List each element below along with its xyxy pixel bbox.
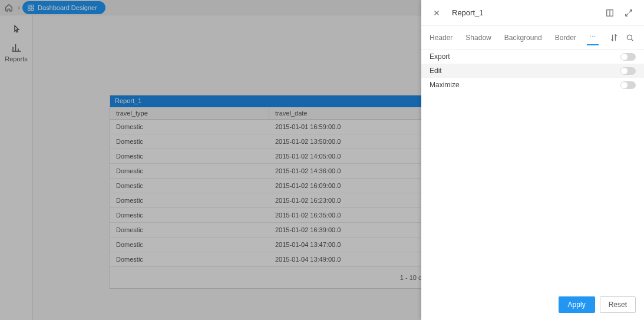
cell-travel-type: Domestic xyxy=(110,120,269,134)
expand-icon xyxy=(625,9,633,17)
sort-icon xyxy=(610,34,618,42)
close-button[interactable] xyxy=(430,6,444,20)
close-icon xyxy=(432,9,441,17)
panel-header: Report_1 xyxy=(421,0,644,26)
dashboard-icon xyxy=(27,4,34,11)
chevron-right-icon: › xyxy=(15,4,22,12)
home-icon[interactable] xyxy=(2,1,15,14)
prop-export: Export xyxy=(421,50,644,64)
rail-cursor[interactable] xyxy=(0,21,32,39)
cell-travel-type: Domestic xyxy=(110,164,269,178)
search-icon xyxy=(626,34,634,42)
cell-travel-type: Domestic xyxy=(110,134,269,149)
columns-icon xyxy=(606,9,614,17)
prop-export-label: Export xyxy=(430,52,450,61)
panel-footer: Apply Reset xyxy=(421,291,644,320)
property-list: Export Edit Maximize xyxy=(421,50,644,92)
svg-rect-0 xyxy=(28,5,31,7)
tab-background[interactable]: Background xyxy=(504,34,542,42)
pointer-icon xyxy=(11,25,22,35)
cell-travel-type: Domestic xyxy=(110,149,269,163)
apply-button[interactable]: Apply xyxy=(559,296,595,313)
layout-button[interactable] xyxy=(603,6,617,20)
column-header-a[interactable]: travel_type xyxy=(110,107,269,119)
toggle-edit[interactable] xyxy=(620,67,636,75)
breadcrumb-label: Dashboard Designer xyxy=(38,4,97,11)
svg-point-5 xyxy=(628,35,632,39)
cell-travel-type: Domestic xyxy=(110,193,269,207)
cell-travel-type: Domestic xyxy=(110,252,269,266)
tab-header[interactable]: Header xyxy=(430,34,453,42)
cell-travel-type: Domestic xyxy=(110,223,269,237)
search-button[interactable] xyxy=(624,31,636,45)
tab-shadow[interactable]: Shadow xyxy=(465,34,491,42)
expand-button[interactable] xyxy=(622,6,636,20)
cell-travel-type: Domestic xyxy=(110,208,269,222)
panel-tabs: Header Shadow Background Border … xyxy=(421,26,644,50)
prop-maximize-label: Maximize xyxy=(430,81,460,89)
svg-rect-1 xyxy=(31,5,34,7)
toggle-export[interactable] xyxy=(620,53,636,61)
svg-rect-3 xyxy=(31,8,34,11)
panel-title: Report_1 xyxy=(452,8,483,17)
reset-button[interactable]: Reset xyxy=(600,296,636,313)
prop-edit-label: Edit xyxy=(430,67,442,75)
toggle-maximize[interactable] xyxy=(620,81,636,89)
prop-edit: Edit xyxy=(421,64,644,78)
cell-travel-type: Domestic xyxy=(110,179,269,193)
breadcrumb-dashboard-designer[interactable]: Dashboard Designer xyxy=(22,1,105,14)
rail-reports-label: Reports xyxy=(5,55,28,62)
properties-panel: Report_1 Header Shadow Background Border… xyxy=(421,0,644,320)
tab-border[interactable]: Border xyxy=(555,34,576,42)
prop-maximize: Maximize xyxy=(421,78,644,92)
sort-button[interactable] xyxy=(608,31,620,45)
svg-rect-2 xyxy=(28,8,31,11)
rail-reports[interactable]: Reports xyxy=(0,39,32,66)
cell-travel-type: Domestic xyxy=(110,237,269,252)
bar-chart-icon xyxy=(11,42,22,53)
tab-more[interactable]: … xyxy=(589,31,596,45)
left-rail: Reports xyxy=(0,15,33,320)
